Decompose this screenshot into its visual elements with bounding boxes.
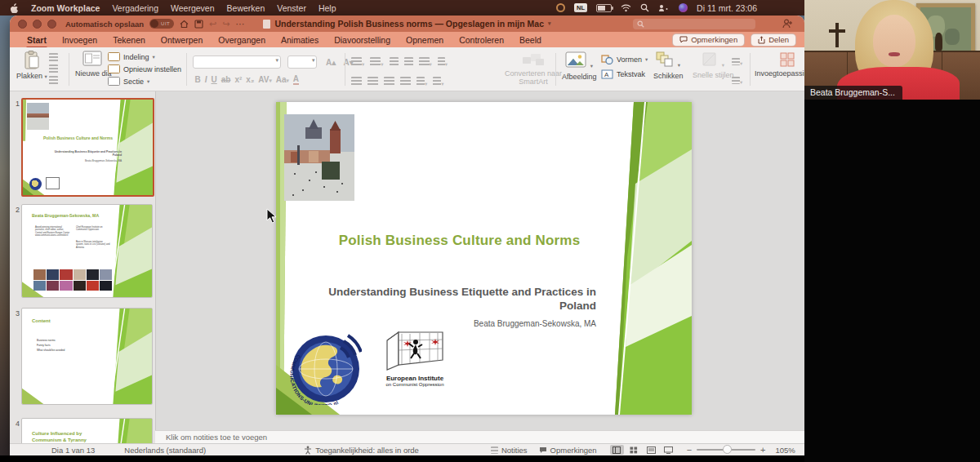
slideshow-view-button[interactable] bbox=[662, 445, 675, 455]
picture-button[interactable]: ▾ Afbeelding bbox=[562, 51, 597, 81]
convert-smartart-button[interactable]: Converteren naar SmartArt bbox=[497, 52, 570, 86]
slide-subtitle[interactable]: Understanding Business Etiquette and Pra… bbox=[327, 285, 596, 313]
slide-title[interactable]: Polish Business Culture and Norms bbox=[301, 233, 618, 249]
tab-ontwerpen[interactable]: Ontwerpen bbox=[160, 33, 203, 47]
wifi-icon[interactable] bbox=[621, 4, 631, 12]
tab-overgangen[interactable]: Overgangen bbox=[217, 33, 266, 47]
menu-vergadering[interactable]: Vergadering bbox=[112, 3, 158, 13]
participant-video[interactable]: Beata Bruggeman-S... bbox=[804, 0, 980, 100]
slide-thumbnail-2[interactable]: Beata Bruggeman-Sekowska, MA Award winni… bbox=[21, 204, 153, 298]
quick-styles-button[interactable]: ▾ Snelle stijlen bbox=[693, 51, 734, 79]
document-title[interactable]: Understanding Polish Business norms — Op… bbox=[274, 19, 544, 29]
title-chevron-icon[interactable]: ▾ bbox=[548, 20, 551, 27]
slide-sorter-view-button[interactable] bbox=[627, 445, 641, 455]
menu-help[interactable]: Help bbox=[318, 3, 336, 13]
control-center-icon[interactable] bbox=[658, 4, 670, 12]
shape-fill-icon[interactable]: ▾ bbox=[732, 54, 742, 69]
slide-thumbnail-4[interactable]: Culture Influenced by Communism & Tyrann… bbox=[21, 418, 153, 443]
tab-start[interactable]: Start bbox=[26, 33, 47, 47]
tab-beeld[interactable]: Beeld bbox=[519, 33, 542, 47]
slide-thumbnail-3[interactable]: Content Business norms Funny facts What … bbox=[21, 308, 153, 405]
search-icon[interactable] bbox=[640, 3, 649, 12]
align-left-button[interactable] bbox=[351, 74, 362, 89]
align-justify-button[interactable] bbox=[400, 74, 411, 89]
redo-icon[interactable]: ↪ bbox=[222, 20, 229, 29]
font-color-button[interactable]: A bbox=[293, 74, 299, 85]
cut-icon[interactable] bbox=[49, 53, 58, 62]
european-institute-logo[interactable]: European Institute on Communist Oppressi… bbox=[380, 329, 450, 387]
menu-zoom-workplace[interactable]: Zoom Workplace bbox=[31, 3, 100, 13]
share-user-icon[interactable] bbox=[782, 18, 793, 29]
align-right-button[interactable] bbox=[384, 74, 394, 89]
grow-font-button[interactable]: A▴ bbox=[326, 58, 336, 67]
menu-weergeven[interactable]: Weergeven bbox=[171, 3, 215, 13]
textbox-button[interactable]: A Tekstvak bbox=[601, 69, 648, 79]
menu-bar-clock[interactable]: Di 11 mrt. 23:06 bbox=[697, 3, 757, 13]
menu-bewerken[interactable]: Bewerken bbox=[227, 3, 265, 13]
comments-toggle-button[interactable]: Opmerkingen bbox=[539, 446, 597, 455]
font-size-select[interactable] bbox=[287, 56, 317, 69]
reset-button[interactable]: Opnieuw instellen bbox=[108, 64, 181, 73]
zoom-slider-knob[interactable] bbox=[723, 445, 732, 454]
layout-button[interactable]: Indeling▾ bbox=[108, 52, 181, 61]
language-status[interactable]: Nederlands (standaard) bbox=[124, 446, 206, 455]
reading-view-button[interactable] bbox=[644, 445, 658, 455]
slide-author[interactable]: Beata Bruggeman-Sekowska, MA bbox=[327, 319, 596, 328]
more-commands-icon[interactable]: ⋯ bbox=[236, 20, 245, 29]
zoom-window-button[interactable] bbox=[47, 20, 56, 29]
section-button[interactable]: Sectie▾ bbox=[108, 77, 181, 86]
outdent-button[interactable] bbox=[390, 55, 399, 69]
titlebar-search-field[interactable] bbox=[633, 19, 755, 29]
comments-button[interactable]: Opmerkingen bbox=[672, 33, 745, 47]
new-slide-button[interactable]: Nieuwe dia bbox=[75, 51, 112, 78]
menu-venster[interactable]: Venster bbox=[277, 3, 306, 13]
notes-pane[interactable]: Klik om notities toe te voegen bbox=[155, 430, 804, 443]
tab-tekenen[interactable]: Tekenen bbox=[112, 33, 146, 47]
zoom-in-button[interactable]: + bbox=[760, 445, 765, 455]
addins-button[interactable]: Invoegtoepassingen bbox=[755, 51, 804, 78]
subscript-button[interactable]: x₂ bbox=[246, 75, 254, 84]
siri-icon[interactable] bbox=[679, 3, 688, 12]
bullets-button[interactable]: ▾ bbox=[351, 55, 364, 69]
tab-diavoorstelling[interactable]: Diavoorstelling bbox=[333, 33, 391, 47]
italic-button[interactable]: I bbox=[205, 75, 207, 84]
columns-button[interactable]: ▾ bbox=[416, 74, 427, 89]
close-button[interactable] bbox=[18, 20, 27, 29]
tab-invoegen[interactable]: Invoegen bbox=[61, 33, 98, 47]
tab-animaties[interactable]: Animaties bbox=[280, 33, 319, 47]
superscript-button[interactable]: x² bbox=[234, 75, 242, 84]
numbering-button[interactable]: ▾ bbox=[370, 55, 383, 69]
copy-icon[interactable] bbox=[49, 64, 58, 73]
save-icon[interactable] bbox=[194, 20, 203, 29]
character-spacing-button[interactable]: AV▾ bbox=[258, 75, 271, 84]
underline-button[interactable]: U bbox=[212, 75, 217, 84]
font-name-select[interactable] bbox=[193, 56, 281, 69]
align-center-button[interactable] bbox=[368, 74, 378, 89]
undo-icon[interactable]: ↩ bbox=[209, 20, 216, 29]
paste-button[interactable]: Plakken ▾ bbox=[16, 51, 47, 80]
slide-thumbnail-1[interactable]: Polish Business Culture and Norms Unders… bbox=[21, 98, 154, 197]
strikethrough-button[interactable]: ab bbox=[221, 75, 231, 84]
communications-unlimited-logo[interactable]: COMMUNICATIONS-UNLIMITED.nl bbox=[290, 333, 362, 405]
tab-controleren[interactable]: Controleren bbox=[458, 33, 505, 47]
share-button[interactable]: Delen bbox=[751, 33, 796, 47]
tab-opnemen[interactable]: Opnemen bbox=[405, 33, 444, 47]
recording-indicator-icon[interactable] bbox=[556, 3, 565, 12]
normal-view-button[interactable] bbox=[610, 445, 624, 455]
notes-toggle-button[interactable]: Notities bbox=[491, 446, 528, 455]
zoom-slider[interactable] bbox=[697, 449, 755, 451]
shapes-button[interactable]: Vormen▾ bbox=[601, 55, 648, 64]
autosave-toggle[interactable]: UIT bbox=[149, 19, 174, 29]
arrange-button[interactable]: ▾ Schikken bbox=[653, 51, 684, 80]
indent-button[interactable] bbox=[404, 55, 413, 69]
format-painter-icon[interactable] bbox=[49, 76, 58, 85]
home-icon[interactable] bbox=[180, 20, 189, 29]
text-direction-button[interactable]: ▾ bbox=[438, 55, 448, 69]
accessibility-status[interactable]: Toegankelijkheid: alles in orde bbox=[304, 446, 419, 455]
apple-icon[interactable] bbox=[10, 2, 19, 13]
zoom-out-button[interactable]: − bbox=[687, 445, 692, 455]
zoom-level[interactable]: 105% bbox=[776, 446, 795, 455]
keyboard-layout-badge[interactable]: NL bbox=[574, 3, 587, 12]
battery-icon[interactable] bbox=[596, 4, 612, 12]
warsaw-old-town-photo[interactable] bbox=[284, 114, 354, 201]
